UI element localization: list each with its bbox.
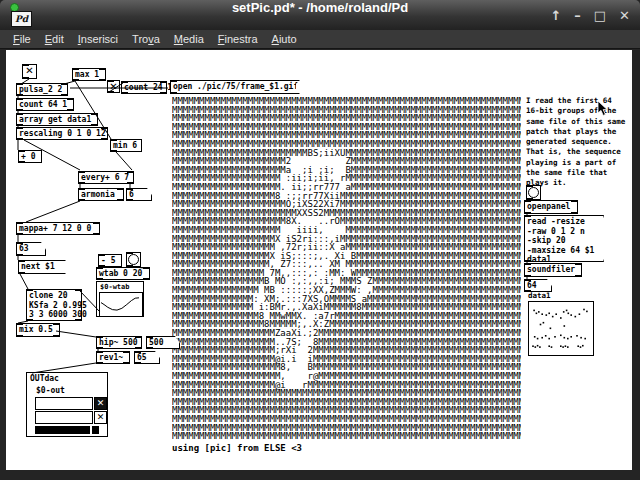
- menu-item-finestra[interactable]: Finestra: [211, 33, 265, 45]
- obj-max[interactable]: max 1: [72, 68, 106, 81]
- io-nub: [75, 319, 82, 321]
- obj-plus[interactable]: + 0: [18, 150, 42, 163]
- box-text: 6: [129, 190, 134, 199]
- obj-wtab[interactable]: wtab 0 20: [96, 267, 150, 280]
- box-text: mappa+ 7 12 0 0: [19, 224, 91, 233]
- io-nub: [78, 188, 85, 190]
- obj-hip[interactable]: hip~ 500: [96, 336, 142, 349]
- obj-rescaling[interactable]: rescaling 0 1 0 12: [16, 127, 108, 140]
- obj-rev[interactable]: rev1~: [96, 351, 130, 364]
- num-64[interactable]: 64: [524, 279, 552, 292]
- obj-openpanel[interactable]: openpanel: [524, 200, 578, 214]
- patch-canvas[interactable]: MMMMMMMMMMMMMMMMMMMMMMMMMMMMMMMMMMMMMMMM…: [6, 50, 632, 470]
- io-nub: [16, 113, 23, 115]
- io-nub: [121, 92, 128, 94]
- outdac[interactable]: OUTdac$0-out✕✕: [26, 372, 108, 437]
- master-gain-slider[interactable]: [35, 426, 99, 434]
- rollup-button[interactable]: ↑: [550, 8, 561, 23]
- io-nub: [96, 267, 103, 269]
- box-text: 64: [527, 281, 537, 290]
- box-text: + 0: [21, 152, 35, 161]
- io-nub: [53, 323, 60, 325]
- obj-mix[interactable]: mix 0.5: [16, 323, 60, 337]
- io-nub: [126, 252, 133, 254]
- menu-item-aiuto[interactable]: Aiuto: [265, 33, 304, 45]
- io-nub: [96, 347, 103, 349]
- obj-soundfiler[interactable]: soundfiler: [524, 263, 582, 277]
- pic-ascii-art: MMMMMMMMMMMMMMMMMMMMMMMMMMMMMMMMMMMMMMMM…: [172, 97, 521, 443]
- obj-count64[interactable]: count 64 1: [16, 98, 74, 111]
- io-nub: [72, 79, 79, 81]
- io-nub: [16, 233, 23, 235]
- obj-mappa[interactable]: mappa+ 7 12 0 0: [16, 222, 100, 235]
- io-nub: [117, 188, 124, 190]
- mute-toggle-2[interactable]: ✕: [94, 411, 107, 424]
- io-nub: [93, 233, 100, 235]
- io-nub: [22, 77, 29, 79]
- close-button[interactable]: ✕: [619, 8, 630, 23]
- io-nub: [526, 185, 533, 187]
- io-nub: [107, 80, 114, 82]
- io-nub: [126, 199, 133, 201]
- io-nub: [101, 127, 108, 129]
- mute-toggle-1[interactable]: ✕: [94, 397, 107, 410]
- obj-pulsa[interactable]: pulsa_2 2: [16, 83, 68, 96]
- io-nub: [18, 161, 25, 163]
- menu-item-file[interactable]: File: [6, 33, 38, 45]
- num-6[interactable]: 6: [126, 188, 152, 201]
- toggle-main[interactable]: ✕: [22, 64, 37, 79]
- io-nub: [96, 278, 103, 280]
- graph-data1[interactable]: [528, 301, 594, 356]
- volume-slider-left[interactable]: [35, 397, 93, 410]
- num-500[interactable]: 500: [146, 336, 180, 349]
- io-nub: [96, 362, 103, 364]
- volume-slider-right[interactable]: [35, 411, 93, 424]
- obj-count24[interactable]: count 24 1: [121, 81, 167, 94]
- obj-minus5[interactable]: - 5: [98, 254, 122, 267]
- bang-right[interactable]: [526, 185, 541, 200]
- io-nub: [61, 94, 68, 96]
- window-title: setPic.pd* - /home/roland/Pd: [0, 0, 640, 30]
- box-text: I read the first 64 16-bit groups of the…: [526, 96, 625, 187]
- msg-next[interactable]: next $1: [18, 260, 66, 274]
- title-bar[interactable]: Pd setPic.pd* - /home/roland/Pd ↑–□✕: [0, 0, 640, 31]
- graph-wtab[interactable]: $0-wtab: [96, 281, 144, 317]
- box-text: array get data1: [19, 115, 91, 124]
- obj-armonia[interactable]: armonia: [78, 188, 124, 201]
- io-nub: [160, 81, 167, 83]
- io-nub: [16, 242, 23, 244]
- num-63[interactable]: 63: [16, 242, 46, 256]
- io-nub: [26, 319, 33, 321]
- io-nub: [127, 182, 134, 184]
- comment-right: I read the first 64 16-bit groups of the…: [524, 95, 626, 190]
- msg-read[interactable]: read -resize -raw 0 1 2 n -skip 20 -maxs…: [524, 215, 604, 262]
- obj-min[interactable]: min 6: [110, 139, 142, 152]
- num-65[interactable]: 65: [134, 351, 160, 364]
- minimize-button[interactable]: –: [574, 8, 581, 23]
- io-nub: [78, 171, 85, 173]
- menu-item-edit[interactable]: Edit: [38, 33, 71, 45]
- msg-open[interactable]: open ./pic/75/frame_$1.gif: [170, 80, 300, 94]
- obj-every[interactable]: every+ 6 7: [78, 171, 134, 184]
- obj-arrayget[interactable]: array get data1: [16, 113, 98, 126]
- io-nub: [524, 263, 531, 265]
- outdac-label: OUTdac: [30, 374, 59, 383]
- io-nub: [16, 94, 23, 96]
- menu-item-media[interactable]: Media: [167, 33, 211, 45]
- io-nub: [134, 362, 141, 364]
- io-nub: [96, 336, 103, 338]
- box-text: data1: [528, 291, 551, 300]
- io-nub: [571, 212, 578, 214]
- toggle-pic[interactable]: ✕: [107, 80, 120, 93]
- io-nub: [16, 222, 23, 224]
- io-nub: [123, 362, 130, 364]
- bang-wtab[interactable]: [126, 252, 141, 267]
- maximize-button[interactable]: □: [594, 8, 606, 23]
- obj-clone[interactable]: clone 20 KSfa 2 0.995 3 3 6000 300: [26, 289, 82, 321]
- pic-caption: using [pic] from ELSE <3: [172, 443, 302, 453]
- wtab-array-label: $0-wtab: [100, 283, 130, 291]
- io-nub: [110, 139, 117, 141]
- io-nub: [16, 127, 23, 129]
- menu-item-trova[interactable]: Trova: [125, 33, 167, 45]
- menu-item-inserisci[interactable]: Inserisci: [71, 33, 125, 45]
